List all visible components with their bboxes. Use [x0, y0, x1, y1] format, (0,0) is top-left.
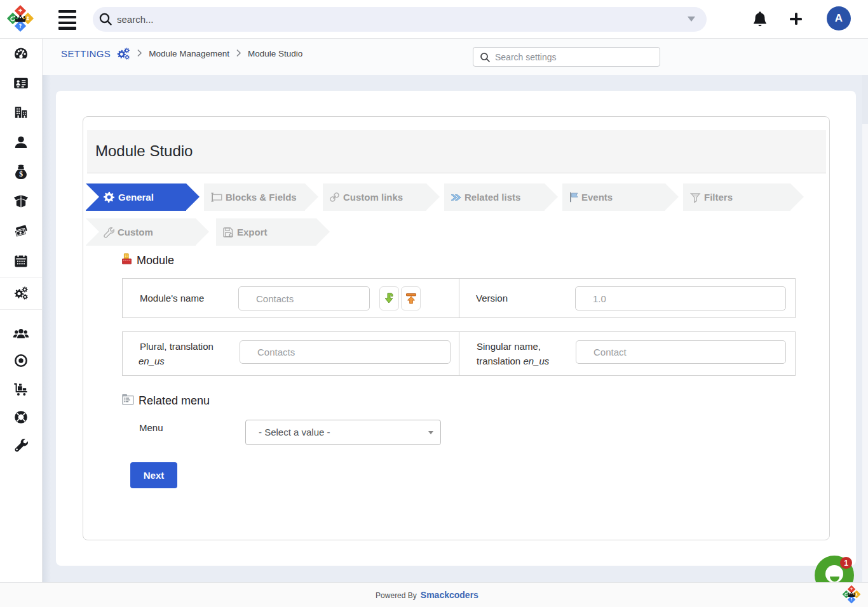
settings-search: [473, 47, 660, 67]
tools-icon: [13, 437, 29, 455]
next-button[interactable]: Next: [130, 462, 177, 488]
sidebar-divider: [0, 309, 42, 310]
menu-select[interactable]: - Select a value -: [245, 420, 441, 445]
sidebar-item-invoices[interactable]: [0, 223, 42, 241]
related-menu-icon: [122, 394, 134, 408]
app-logo[interactable]: [6, 4, 34, 32]
module-name-version-row: Module's name Version: [122, 278, 796, 318]
version-input[interactable]: [575, 286, 786, 310]
plural-locale: en_us: [139, 356, 165, 366]
select-caret-icon: [428, 431, 433, 434]
module-studio-panel: Module Studio GeneralBlocks & FieldsCust…: [83, 116, 830, 540]
tab-custom-links[interactable]: Custom links: [323, 183, 426, 211]
module-name-input[interactable]: [238, 286, 370, 310]
search-icon: [480, 52, 491, 63]
sidebar-shadow: [43, 75, 51, 582]
tab-filters[interactable]: Filters: [683, 183, 790, 211]
calendar-icon: [13, 253, 29, 271]
tab-label: Custom links: [343, 192, 403, 203]
menu-hamburger-icon[interactable]: [58, 10, 76, 30]
tab-row-2: CustomExport: [86, 218, 334, 246]
sidebar-item-users[interactable]: [0, 326, 42, 344]
field-icon: [210, 192, 222, 202]
module-bricks-icon: [122, 253, 132, 267]
notifications-bell-icon[interactable]: [753, 11, 767, 27]
global-search-input[interactable]: [117, 7, 676, 32]
menu-select-value: - Select a value -: [259, 427, 330, 437]
scrollbar-track[interactable]: [862, 75, 868, 582]
plural-singular-row: Plural, translation en_us Singular name,…: [122, 331, 796, 376]
gear-icon: [103, 191, 115, 203]
scrollbar-thumb[interactable]: [862, 75, 868, 124]
plural-name-input[interactable]: [240, 340, 451, 364]
tab-general[interactable]: General: [86, 183, 186, 211]
app-sidebar: $: [0, 39, 43, 582]
page-footer: Powered By Smackcoders: [0, 582, 868, 607]
export-module-button[interactable]: [401, 286, 421, 310]
filter-icon: [689, 192, 701, 203]
opportunities-icon: $: [13, 164, 29, 182]
sidebar-item-dashboard[interactable]: [0, 46, 42, 63]
breadcrumb-separator-icon: [236, 48, 241, 60]
links-icon: [329, 192, 340, 203]
search-icon: [98, 12, 113, 29]
singular-label-line1: Singular name,: [477, 341, 541, 352]
flag-icon: [569, 192, 578, 203]
panel-header: Module Studio: [87, 130, 826, 173]
tab-label: Blocks & Fields: [226, 192, 297, 203]
tab-related-lists[interactable]: Related lists: [444, 183, 545, 211]
breadcrumb-bar: SETTINGS Module Management Module Studio: [43, 39, 868, 75]
sidebar-item-support[interactable]: [0, 410, 42, 427]
organizations-icon: [13, 105, 29, 123]
sidebar-divider: [0, 277, 42, 278]
global-search: [93, 7, 707, 32]
breadcrumb-module-management[interactable]: Module Management: [149, 49, 229, 58]
quick-add-plus-icon[interactable]: [790, 13, 802, 25]
avatar-letter: A: [835, 12, 843, 25]
top-navbar: A: [0, 0, 868, 39]
contacts-icon: [13, 76, 29, 93]
orange-upload-arrow-icon: [405, 292, 417, 305]
tab-label: Custom: [118, 227, 153, 237]
exporticon-icon: [222, 227, 234, 238]
settings-icon: [13, 285, 29, 303]
sidebar-item-organizations[interactable]: [0, 105, 42, 123]
sidebar-item-targets[interactable]: [0, 353, 42, 371]
module-section-title: Module: [137, 254, 174, 267]
svg-text:$: $: [19, 170, 23, 178]
tab-blocks-fields[interactable]: Blocks & Fields: [204, 183, 305, 211]
sidebar-item-leads[interactable]: [0, 135, 42, 152]
corner-brand-logo[interactable]: [842, 585, 861, 604]
module-name-label: Module's name: [140, 293, 204, 304]
tab-label: Events: [581, 192, 613, 203]
tab-custom[interactable]: Custom: [86, 218, 196, 246]
sidebar-item-products[interactable]: [0, 194, 42, 211]
related-menu-section-title: Related menu: [139, 394, 210, 408]
related-menu-section-header: Related menu: [122, 394, 210, 408]
tab-label: Filters: [704, 192, 733, 203]
sidebar-item-opportunities[interactable]: $: [0, 164, 42, 182]
module-section-header: Module: [122, 253, 174, 267]
sidebar-item-contacts[interactable]: [0, 76, 42, 93]
import-module-button[interactable]: [379, 286, 399, 310]
menu-label: Menu: [139, 422, 163, 433]
sidebar-item-settings[interactable]: [0, 285, 42, 303]
sidebar-item-tools[interactable]: [0, 437, 42, 455]
tab-label: Related lists: [465, 192, 520, 203]
tab-label: Export: [237, 227, 268, 237]
sidebar-item-calendar[interactable]: [0, 253, 42, 271]
sidebar-item-logistics[interactable]: [0, 382, 42, 399]
breadcrumb-settings-link[interactable]: SETTINGS: [61, 48, 111, 59]
user-avatar[interactable]: A: [827, 6, 851, 30]
singular-name-input[interactable]: [576, 340, 786, 364]
wrencho-icon: [103, 227, 114, 238]
targets-icon: [13, 353, 29, 371]
version-label: Version: [476, 293, 508, 304]
relarrows-icon: [451, 193, 461, 202]
settings-cogs-icon: [116, 46, 130, 62]
brand-link[interactable]: Smackcoders: [421, 590, 478, 600]
settings-search-input[interactable]: [495, 48, 654, 66]
tab-export[interactable]: Export: [216, 218, 316, 246]
tab-events[interactable]: Events: [562, 183, 665, 211]
search-scope-caret-icon[interactable]: [688, 17, 695, 22]
